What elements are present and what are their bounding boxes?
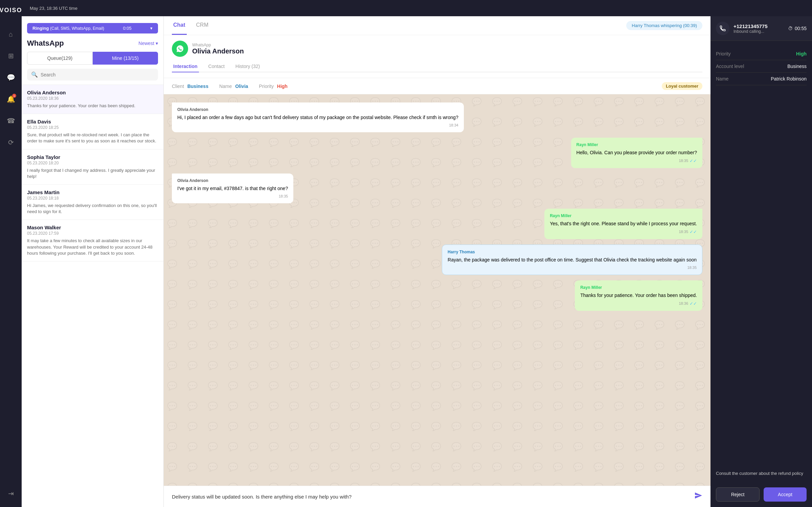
interaction-tabs: Interaction Contact History (32) [172,61,702,72]
queue-tab[interactable]: Queue(129) [27,52,93,65]
call-header: +12121345775 Inbound calling... ⏱ 00:55 [710,16,812,41]
message-5-whisper: Harry Thomas Rayan, the package was deli… [442,245,702,275]
checkmark-icon: ✓✓ [690,300,697,307]
msg-sender: Rayn Miller [580,284,697,291]
left-panel: Ringing (Call, SMS, WhatsApp, Email) 0:0… [22,16,164,507]
home-icon[interactable]: ⌂ [4,27,18,41]
timer-icon: ⏱ [788,26,793,31]
priority-meta: Priority High [259,84,288,89]
conv-date: 05.23.2020 17:59 [27,231,158,236]
meta-row: Client Business Name Olivia Priority Hig… [164,78,710,94]
search-input[interactable] [41,72,154,77]
msg-time: 18:35 [177,193,288,199]
ringing-bar[interactable]: Ringing (Call, SMS, WhatsApp, Email) 0:0… [27,23,158,33]
conv-date: 05.23.2020 18:36 [27,96,158,101]
incoming-call-panel: +12121345775 Inbound calling... ⏱ 00:55 … [710,16,812,507]
conv-name: Sophia Taylor [27,154,158,160]
conv-item-4[interactable]: James Martin 05.23.2020 18:18 Hi James, … [22,185,163,220]
conv-date: 05.23.2020 18:20 [27,161,158,165]
chat-panel: Chat CRM Harry Thomas whispering (00:39) [164,16,710,507]
msg-time: 18:35 [448,265,697,271]
loyal-badge: Loyal customer [662,82,702,90]
msg-text: Hi, I placed an order a few days ago but… [177,114,458,121]
message-4: Rayn Miller Yes, that's the right one. P… [544,209,702,239]
topbar: May 23, 18:36 UTC time [22,0,812,16]
history-sidebar-icon[interactable]: ⟳ [4,136,18,149]
tab-crm[interactable]: CRM [195,16,210,35]
sort-newest-button[interactable]: Newest ▾ [138,41,158,46]
section-title: WhatsApp Newest ▾ [27,39,158,48]
conv-item-1[interactable]: Olivia Anderson 05.23.2020 18:36 Thanks … [22,85,163,114]
conv-item-2[interactable]: Ella Davis 05.23.2020 18:25 Sure, that p… [22,114,163,149]
call-actions: Reject Accept [710,482,812,507]
call-timer: ⏱ 00:55 [788,26,807,31]
conv-preview: Hi James, we requested delivery confirma… [27,203,158,215]
whisper-badge: Harry Thomas whispering (00:39) [626,21,702,30]
message-6: Rayn Miller Thanks for your patience. Yo… [575,280,702,311]
tab-interaction[interactable]: Interaction [172,61,199,72]
accept-button[interactable]: Accept [764,487,807,502]
send-button[interactable] [694,491,702,502]
contact-details: WhatsApp Olivia Anderson [192,43,244,55]
main-area: May 23, 18:36 UTC time Ringing (Call, SM… [22,0,812,507]
msg-sender: Harry Thomas [448,249,697,255]
app-logo: VOISO [0,7,22,14]
conv-name: Olivia Anderson [27,90,158,95]
name-row: Name Patrick Robinson [716,73,807,85]
msg-sender: Rayn Miller [550,213,697,219]
msg-time: 18:34 [177,122,458,128]
msg-text: I've got it in my email, #378847. is tha… [177,185,288,192]
call-number: +12121345775 [734,23,768,29]
tab-chat[interactable]: Chat [172,16,187,35]
phone-sidebar-icon[interactable]: ☎ [4,114,18,128]
sidebar: VOISO ⌂ ⊞ 💬 🔔 1 ☎ ⟳ ⇥ [0,0,22,507]
message-3: Olivia Anderson I've got it in my email,… [172,174,293,203]
whatsapp-avatar [172,41,188,57]
msg-sender: Olivia Anderson [177,107,458,113]
search-icon: 🔍 [31,71,38,78]
queue-tabs: Queue(129) Mine (13/15) [27,52,158,65]
priority-row: Priority High [716,48,807,60]
call-info: Priority High Account level Business Nam… [710,41,812,465]
msg-time: 18:35 ✓✓ [550,229,697,235]
notifications-icon[interactable]: 🔔 1 [4,92,18,106]
msg-text: Thanks for your patience. Your order has… [580,292,697,299]
reject-button[interactable]: Reject [716,487,760,502]
call-details: +12121345775 Inbound calling... [734,23,768,34]
ringing-chevron-icon[interactable]: ▾ [150,26,153,31]
conv-name: James Martin [27,189,158,195]
grid-icon[interactable]: ⊞ [4,49,18,63]
msg-text: Yes, that's the right one. Please stand … [550,220,697,227]
logout-icon[interactable]: ⇥ [4,487,18,500]
mine-tab[interactable]: Mine (13/15) [93,52,158,65]
name-meta: Name Olivia [219,84,248,89]
account-level-row: Account level Business [716,60,807,73]
contact-name: Olivia Anderson [192,47,244,55]
conv-preview: Thanks for your patience. Your order has… [27,103,158,109]
conv-preview: It may take a few minutes to check all a… [27,238,158,256]
message-1: Olivia Anderson Hi, I placed an order a … [172,102,464,132]
chat-input-field[interactable] [172,494,690,500]
msg-sender: Olivia Anderson [177,178,288,184]
conv-date: 05.23.2020 18:18 [27,196,158,201]
checkmark-icon: ✓✓ [690,229,697,235]
chat-sidebar-icon[interactable]: 💬 [4,71,18,84]
left-header: Ringing (Call, SMS, WhatsApp, Email) 0:0… [22,16,163,85]
checkmark-icon: ✓✓ [690,158,697,164]
conv-item-3[interactable]: Sophia Taylor 05.23.2020 18:20 I really … [22,149,163,185]
contact-source: WhatsApp [192,43,244,47]
conv-item-5[interactable]: Mason Walker 05.23.2020 17:59 It may tak… [22,220,163,261]
conv-preview: Sure, that product will be re-stocked ne… [27,132,158,144]
ringing-label: Ringing (Call, SMS, WhatsApp, Email) [32,26,104,31]
search-box: 🔍 [27,69,158,80]
msg-time: 18:36 ✓✓ [580,300,697,307]
msg-sender: Rayn Miller [577,142,697,148]
tab-history[interactable]: History (32) [234,61,261,72]
client-label: Client Business [172,84,208,89]
tab-contact[interactable]: Contact [207,61,226,72]
chat-input-bar [164,486,710,507]
msg-text: Rayan, the package was delivered to the … [448,256,697,263]
message-2: Rayn Miller Hello, Olivia. Can you pleas… [571,138,702,168]
incoming-call-icon [716,22,729,35]
topbar-time: May 23, 18:36 UTC time [30,6,77,11]
